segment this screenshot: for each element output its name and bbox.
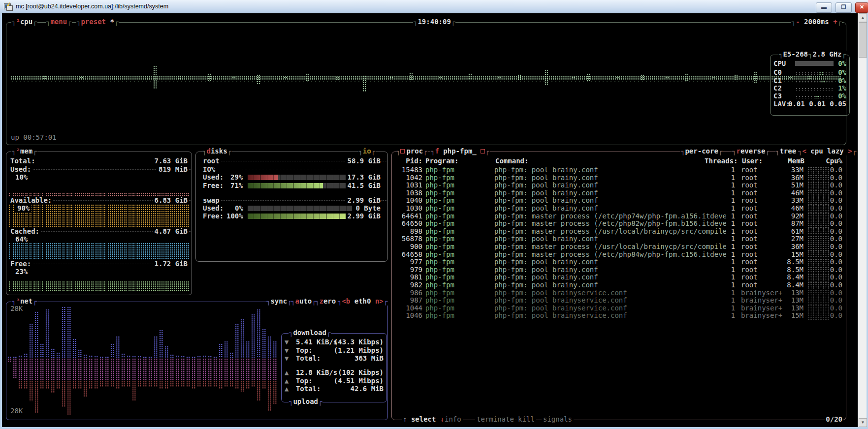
net-graph-column: [267, 358, 271, 381]
process-row[interactable]: 1031 php-fpm php-fpm: pool brainy.conf 1…: [394, 182, 843, 189]
process-row[interactable]: 987 php-fpm php-fpm: pool brainyservice.…: [394, 297, 843, 305]
process-row[interactable]: 1038 php-fpm php-fpm: pool brainy.conf 1…: [394, 189, 843, 197]
sort-prev-button[interactable]: <: [802, 147, 806, 155]
tab-disks[interactable]: disks: [202, 148, 232, 155]
process-row[interactable]: 64658 php-fpm php-fpm: master process (/…: [394, 251, 843, 259]
net-graph-column: [170, 381, 174, 387]
process-row[interactable]: 64641 php-fpm php-fpm: master process (/…: [394, 213, 843, 220]
select-control[interactable]: ↑ select ↓: [402, 416, 445, 424]
proc-reverse-toggle[interactable]: reverse: [732, 148, 770, 155]
proc-percore-toggle[interactable]: per-core: [680, 148, 723, 155]
net-graph-column: [186, 358, 190, 381]
process-row[interactable]: 982 php-fpm php-fpm: pool brainy.conf 1 …: [394, 281, 843, 289]
header-cpu[interactable]: Cpu%: [825, 157, 842, 165]
scroll-up-icon[interactable]: ▲: [859, 13, 867, 22]
process-row[interactable]: 986 php-fpm php-fpm: pool brainyservice.…: [394, 289, 843, 297]
proc-filter[interactable]: f php-fpm_: [430, 148, 490, 155]
tab-io[interactable]: io: [358, 148, 376, 155]
process-command: php-fpm: pool brainy.conf: [494, 258, 726, 266]
disk-free-label: Free:: [203, 212, 225, 220]
disk-io-graph: [241, 169, 383, 171]
net-graph-column: [67, 306, 71, 358]
info-button[interactable]: info: [443, 416, 463, 424]
process-row[interactable]: 15483 php-fpm php-fpm: pool brainy.conf …: [394, 166, 843, 174]
net-graph-column: [94, 381, 98, 389]
close-button[interactable]: ✕: [855, 2, 868, 13]
process-row[interactable]: 1030 php-fpm php-fpm: pool brainy.conf 1…: [394, 205, 843, 213]
process-pid: 1046: [394, 312, 422, 320]
download-arrow-icon: ▼: [285, 346, 289, 354]
net-next-interface-button[interactable]: n>: [375, 297, 384, 305]
net-graph-column: [235, 381, 239, 389]
process-cpu: 0.0: [829, 166, 842, 174]
process-threads: 1: [726, 166, 735, 174]
disks-box: disks io root 58.9 GiB IO% Used: 29% 17.…: [195, 152, 388, 262]
net-graph-column: [121, 353, 125, 358]
process-user: root: [741, 243, 784, 251]
process-user: brainyser+: [741, 289, 784, 297]
process-row[interactable]: 898 php-fpm php-fpm: master process (/us…: [394, 228, 843, 236]
scrollbar-thumb[interactable]: [859, 22, 867, 58]
kill-button[interactable]: kill: [516, 416, 536, 424]
scrollbar[interactable]: ▲ ▼: [858, 13, 867, 427]
select-up-icon[interactable]: ↑: [403, 415, 407, 423]
interval-plus-button[interactable]: +: [833, 18, 837, 26]
interval-value: 2000ms: [804, 18, 829, 26]
process-row[interactable]: 1046 php-fpm php-fpm: pool brainyservice…: [394, 312, 843, 320]
disk-name: root: [203, 157, 221, 165]
process-row[interactable]: 979 php-fpm php-fpm: pool brainy.conf 1 …: [394, 266, 843, 274]
cpu-graph-spike: [498, 76, 501, 79]
process-mem-graph: [807, 213, 829, 220]
process-cpu: 0.0: [829, 266, 842, 274]
menu-button[interactable]: menu: [46, 18, 72, 26]
minimize-button[interactable]: ▬: [816, 2, 832, 13]
signals-button[interactable]: signals: [542, 416, 574, 424]
scroll-down-icon[interactable]: ▼: [859, 418, 867, 427]
process-row[interactable]: 1044 php-fpm php-fpm: pool brainyservice…: [394, 305, 843, 312]
process-threads: 1: [726, 305, 735, 312]
process-program: php-fpm: [425, 312, 494, 320]
process-row[interactable]: 1042 php-fpm php-fpm: pool brainy.conf 1…: [394, 174, 843, 182]
maximize-icon: ❐: [836, 3, 851, 11]
net-zero-toggle[interactable]: zero: [315, 298, 341, 306]
tab-proc[interactable]: proc: [396, 148, 428, 155]
filter-clear-icon[interactable]: [481, 149, 485, 153]
header-threads[interactable]: Threads:: [705, 157, 738, 165]
header-pid[interactable]: Pid:: [394, 157, 422, 165]
process-threads: 1: [726, 174, 735, 182]
process-row[interactable]: 981 php-fpm php-fpm: pool brainy.conf 1 …: [394, 274, 843, 281]
header-program[interactable]: Program:: [425, 157, 458, 165]
process-program: php-fpm: [425, 297, 494, 305]
net-graph-column: [170, 358, 174, 381]
process-row[interactable]: 900 php-fpm php-fpm: master process (/us…: [394, 243, 843, 251]
sort-next-button[interactable]: >: [848, 147, 852, 155]
preset-button[interactable]: preset *: [76, 18, 119, 26]
upload-arrow-icon: ▲: [285, 377, 289, 385]
process-row[interactable]: 977 php-fpm php-fpm: pool brainy.conf 1 …: [394, 258, 843, 266]
process-row[interactable]: 1040 php-fpm php-fpm: pool brainy.conf 1…: [394, 197, 843, 205]
process-row[interactable]: 56878 php-fpm php-fpm: pool brainy.conf …: [394, 235, 843, 243]
process-user: brainyser+: [741, 312, 784, 320]
header-mem[interactable]: MemB: [785, 157, 804, 165]
process-pid: 977: [394, 258, 422, 266]
net-prev-interface-button[interactable]: <b: [342, 297, 350, 305]
process-mem: 13M: [784, 297, 804, 305]
process-row[interactable]: 64650 php-fpm php-fpm: master process (/…: [394, 220, 843, 228]
net-interface-switcher: <b eth0 n>: [337, 298, 388, 306]
process-user: brainyser+: [741, 305, 784, 312]
net-auto-toggle[interactable]: auto: [290, 298, 317, 306]
proc-tree-toggle[interactable]: tree: [775, 148, 801, 155]
terminate-button[interactable]: terminate: [475, 416, 515, 424]
process-pid: 15483: [394, 166, 422, 174]
header-command[interactable]: Command:: [495, 157, 528, 165]
titlebar[interactable]: mc [root@ub24.itdeveloper.com.ua]:/lib/s…: [0, 0, 868, 14]
tab-cpu[interactable]: ¹cpu: [11, 18, 37, 26]
net-graph-column: [154, 358, 158, 381]
header-user[interactable]: User:: [742, 157, 763, 165]
mem-row-value: 1.72 GiB: [153, 260, 188, 268]
net-graph-column: [197, 381, 201, 387]
tab-mem[interactable]: ²mem: [11, 148, 37, 155]
process-mem: 36M: [784, 243, 804, 251]
interval-minus-button[interactable]: -: [796, 18, 800, 26]
maximize-button[interactable]: ❐: [836, 2, 852, 13]
